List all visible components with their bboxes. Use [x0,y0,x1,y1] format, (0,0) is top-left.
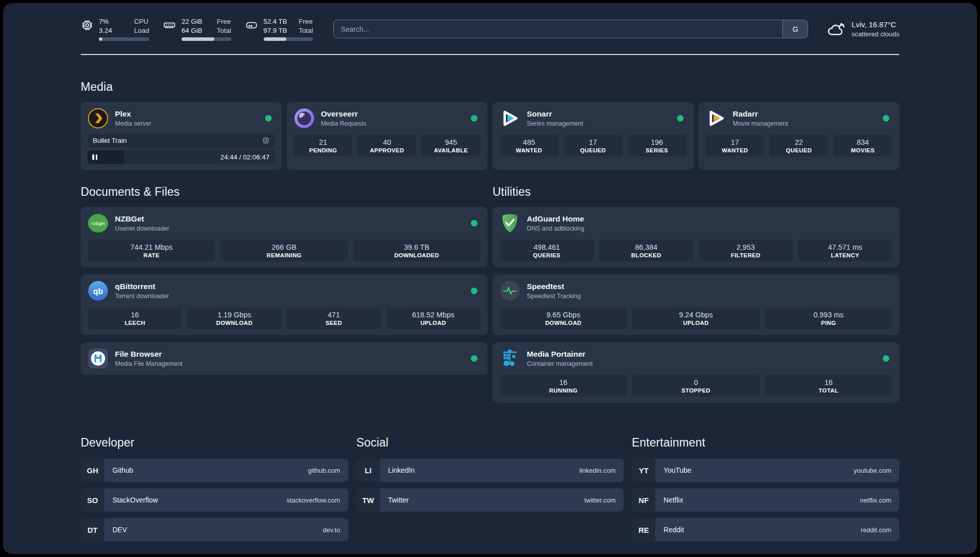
link-abbr: NF [632,488,655,512]
plex-icon [88,108,108,129]
status-dot [883,115,889,122]
stat-tile: 17 QUEUED [564,135,623,156]
app-card-nzbget[interactable]: nzbget NZBGet Usenet downloader 744.21 M… [81,207,487,267]
status-dot [471,115,477,122]
link-reddit[interactable]: RE Reddit reddit.com [632,518,899,541]
link-url: linkedin.com [579,467,616,474]
link-url: twitter.com [584,496,616,504]
link-dev[interactable]: DT DEV dev.to [81,518,348,541]
media-grid: Plex Media server Bullet Train 24:44 / 0… [81,102,899,170]
app-card-overseerr[interactable]: Overseerr Media Requests 21 PENDING 40 A… [287,102,488,170]
links-entertainment: Entertainment YT YouTube youtube.com NF … [632,436,899,541]
section-title-entertainment: Entertainment [632,436,899,450]
svg-text:qb: qb [93,287,103,296]
link-youtube[interactable]: YT YouTube youtube.com [632,459,899,482]
speedtest-icon [500,281,520,301]
link-netflix[interactable]: NF Netflix netflix.com [632,488,899,512]
cpu-load-value: 3.24 [99,26,124,35]
stat-tile: 498,461 QUERIES [500,240,594,261]
disk-stat: 52.4 TB 97.9 TB Free Total [244,17,314,41]
app-card-plex[interactable]: Plex Media server Bullet Train 24:44 / 0… [81,102,282,170]
session-icon[interactable] [262,137,270,144]
app-card-sonarr[interactable]: Sonarr Series management 485 WANTED 17 Q… [493,102,694,170]
memory-stat: 22 GiB 64 GiB Free Total [162,17,231,41]
disk-icon [244,19,259,32]
link-name: Twitter [388,496,409,504]
app-card-radarr[interactable]: Radarr Movie management 17 WANTED 22 QUE… [699,102,900,170]
playback-progress-bar[interactable]: 24:44 / 02:06:47 [88,150,275,164]
qbittorrent-icon: qb [88,281,108,301]
app-desc: Movie management [733,120,788,128]
stat-tile: 40 APPROVED [357,135,416,156]
status-dot [677,115,684,122]
stat-tile: 471 SEED [287,307,381,329]
section-title-developer: Developer [81,436,348,450]
stat-tile: 16 RUNNING [500,375,627,397]
link-url: youtube.com [854,467,891,474]
status-dot [471,288,477,294]
pause-icon[interactable] [92,154,97,160]
app-card-qbittorrent[interactable]: qb qBittorrent Torrent downloader 16 LEE… [81,274,487,335]
stat-tile: 86,384 BLOCKED [599,240,693,261]
stat-tile: 17 WANTED [706,135,765,156]
weather-condition: scattered clouds [851,30,899,39]
link-github[interactable]: GH Github github.com [81,459,348,482]
stat-tile: 0.993 ms PING [765,307,892,329]
status-dot [883,355,889,362]
link-stackoverflow[interactable]: SO StackOverflow stackoverflow.com [81,488,348,512]
link-url: github.com [308,467,340,474]
app-desc: Media File Management [115,360,182,368]
app-name: Speedtest [527,282,581,292]
disk-free-value: 52.4 TB [264,17,289,26]
link-abbr: GH [81,459,104,482]
overseerr-icon [294,108,315,129]
link-linkedin[interactable]: LI LinkedIn linkedin.com [356,459,624,482]
stat-tile: 47.571 ms LATENCY [798,240,892,261]
app-desc: Container management [527,360,593,368]
stat-tile: 39.6 TB DOWNLOADED [353,240,480,261]
section-title-documents: Documents & Files [81,185,487,199]
section-title-media: Media [81,80,899,94]
stat-tile: 16 LEECH [88,307,182,329]
search-input[interactable] [334,20,782,38]
links-developer: Developer GH Github github.com SO StackO… [81,436,348,541]
link-abbr: SO [81,488,104,512]
app-card-speedtest[interactable]: Speedtest Speedtest Tracking 9.65 Gbps D… [493,274,899,335]
now-playing-title: Bullet Train [93,137,127,144]
link-abbr: TW [356,488,380,512]
link-twitter[interactable]: TW Twitter twitter.com [356,488,624,512]
app-name: Overseerr [321,109,366,119]
disk-progress-bar [264,37,314,41]
app-name: Media Portainer [527,349,593,359]
disk-free-label: Free [299,17,314,26]
app-card-portainer[interactable]: Media Portainer Container management 16 … [493,342,899,403]
app-desc: Speedtest Tracking [527,292,581,300]
app-card-adguard[interactable]: AdGuard Home DNS and adblocking 498,461 … [493,207,899,267]
portainer-icon [500,348,520,369]
app-card-filebrowser[interactable]: File Browser Media File Management [81,342,487,375]
link-name: Reddit [663,526,684,534]
link-abbr: DT [81,518,104,541]
links-social: Social LI LinkedIn linkedin.com TW Twitt… [356,436,624,541]
stat-tile: 618.52 Mbps UPLOAD [386,307,480,329]
stat-tile: 21 PENDING [294,135,353,156]
app-name: Plex [115,109,151,119]
app-desc: Usenet downloader [115,225,169,233]
memory-total-label: Total [217,26,231,35]
link-url: stackoverflow.com [286,496,340,504]
memory-free-label: Free [217,17,231,26]
playback-time: 24:44 / 02:06:47 [220,153,275,161]
search-bar: G [333,20,808,38]
link-name: DEV [112,526,127,534]
top-bar: 7% 3.24 CPU Load [81,17,899,41]
stat-tile: 9.24 Gbps UPLOAD [632,307,760,329]
status-dot [471,355,477,362]
status-dot [471,220,477,227]
app-name: AdGuard Home [527,214,584,224]
stat-tile: 22 QUEUED [769,135,828,156]
app-desc: Torrent downloader [115,292,169,300]
search-engine-button[interactable]: G [782,20,808,38]
stat-tile: 16 TOTAL [765,375,892,397]
sonarr-icon [500,108,520,129]
app-name: qBittorrent [115,282,169,292]
